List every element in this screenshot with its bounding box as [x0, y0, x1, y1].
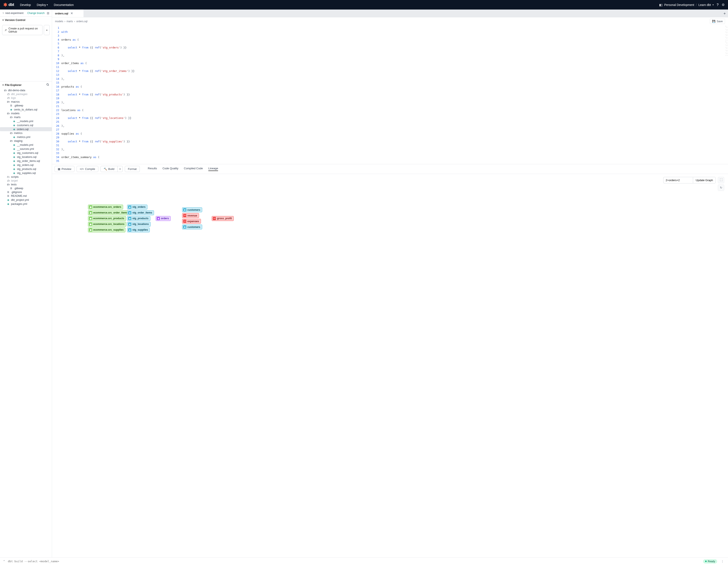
format-button[interactable]: Format	[125, 166, 140, 172]
file-icon: 🗎	[7, 191, 10, 194]
lineage-graph[interactable]	[52, 174, 728, 512]
editor-tabs: orders.sql ✕ ＋	[52, 10, 728, 17]
tree-item-readme-md[interactable]: 🗎README.md	[0, 194, 52, 198]
tree-item-dbt-project-yml[interactable]: ◈dbt_project.yml	[0, 198, 52, 202]
code-content[interactable]: with orders as ( select * from {{ ref('s…	[61, 25, 728, 164]
nav-deploy[interactable]: Deploy▾	[37, 3, 48, 7]
lineage-node-ecommerce-src-products[interactable]: ▦ecommerce.src_products	[88, 216, 126, 221]
tree-label: stg_order_items.sql	[17, 159, 40, 162]
svg-point-0	[47, 84, 48, 85]
tree-item-logs[interactable]: 🗀logs	[0, 96, 52, 100]
close-tab-icon[interactable]: ✕	[70, 11, 73, 15]
tree-item-stg-locations-sql[interactable]: ◈stg_locations.sql	[0, 155, 52, 159]
tree-item-metrics-yml[interactable]: ◈metrics.yml	[0, 135, 52, 139]
build-button[interactable]: 🔨Build	[100, 166, 118, 172]
tree-item---models-yml[interactable]: ◈__models.yml	[0, 143, 52, 147]
chevron-down-icon: ▾	[46, 29, 47, 31]
nav-develop[interactable]: Develop	[20, 3, 31, 7]
lineage-node-stg-products[interactable]: ◈stg_products	[127, 216, 150, 221]
crumb[interactable]: orders.sql	[76, 20, 88, 23]
tree-label: __models.yml	[17, 143, 33, 146]
code-editor[interactable]: 1234567891011121314151617181920212223242…	[52, 25, 728, 164]
version-control-header[interactable]: ▾ Version Control	[0, 17, 52, 23]
result-tab-code-quality[interactable]: Code Quality	[162, 167, 178, 171]
tree-item-metrics[interactable]: 🗁metrics	[0, 131, 52, 135]
preview-button[interactable]: ▦Preview	[55, 166, 74, 172]
more-options-icon[interactable]: ⋮	[720, 560, 725, 563]
gear-icon[interactable]: ⚙	[722, 3, 725, 7]
tree-item-marts[interactable]: 🗁marts	[0, 115, 52, 119]
brand-logo[interactable]: ✱ dbt	[3, 2, 14, 8]
tree-item-models[interactable]: 🗁models	[0, 111, 52, 115]
lineage-node-gross-profit[interactable]: 〰gross_profit	[212, 216, 234, 221]
lineage-node-expenses[interactable]: 〰expenses	[182, 219, 201, 224]
tree-item-stg-products-sql[interactable]: ◈stg_products.sql	[0, 167, 52, 171]
lineage-node-stg-supplies[interactable]: ◈stg_supplies	[127, 227, 150, 232]
file-explorer-header[interactable]: ▾ File Explorer	[3, 83, 22, 86]
nav-documentation[interactable]: Documentation	[54, 3, 74, 7]
tree-label: __sources.yml	[17, 147, 34, 150]
command-input[interactable]	[8, 560, 701, 563]
crumb[interactable]: models	[55, 20, 63, 23]
help-icon[interactable]: ?	[717, 3, 719, 7]
file-icon: 🗎	[7, 194, 10, 197]
tree-label: cents_to_dollars.sql	[14, 108, 37, 111]
lineage-node-ecommerce-src-locations[interactable]: ▦ecommerce.src_locations	[88, 222, 126, 227]
save-button[interactable]: 💾 Save	[710, 19, 725, 24]
tree-item---models-yml[interactable]: ◈__models.yml	[0, 119, 52, 123]
search-icon[interactable]	[46, 83, 49, 87]
node-type-icon: ◈	[128, 217, 131, 220]
editor-tab[interactable]: orders.sql ✕	[52, 10, 84, 17]
tree-item-packages-yml[interactable]: ◈packages.yml	[0, 202, 52, 206]
dbt-icon: ◈	[10, 108, 13, 111]
lineage-node-orders[interactable]: ◈orders	[156, 216, 171, 221]
result-tab-lineage[interactable]: Lineage	[208, 167, 218, 171]
lineage-node-stg-locations[interactable]: ◈stg_locations	[127, 222, 151, 227]
lineage-node-revenue[interactable]: 〰revenue	[182, 213, 199, 218]
project-path[interactable]: ▮▯ Personal Development / Learn dbt ▾	[659, 3, 714, 7]
crumb[interactable]: marts	[67, 20, 73, 23]
lineage-node-customers[interactable]: ◈customers	[182, 224, 202, 229]
tree-item-stg-orders-sql[interactable]: ◈stg_orders.sql	[0, 163, 52, 167]
lineage-node-stg-orders[interactable]: ◈stg_orders	[127, 205, 147, 209]
node-type-icon: 〰	[183, 214, 186, 217]
tree-item-stg-order-items-sql[interactable]: ◈stg_order_items.sql	[0, 159, 52, 163]
lineage-node-ecommerce-src-orders[interactable]: ▦ecommerce.src_orders	[88, 205, 123, 209]
tree-item-stg-supplies-sql[interactable]: ◈stg_supplies.sql	[0, 171, 52, 175]
file-tree: 🗁dbt-demo-data🗀dbt_packages🗀logs🗁macros🗎…	[0, 88, 52, 557]
tree-label: customers.sql	[17, 124, 33, 127]
change-branch-link[interactable]: Change branch	[27, 12, 45, 15]
new-tab-button[interactable]: ＋	[721, 10, 728, 17]
expand-console-icon[interactable]: ⌃	[3, 560, 5, 563]
tree-item-staging[interactable]: 🗁staging	[0, 139, 52, 143]
lineage-node-customers[interactable]: ◈customers	[182, 207, 202, 212]
tree-item--gitkeep[interactable]: 🗎.gitkeep	[0, 186, 52, 190]
pr-options-button[interactable]: ▾	[44, 25, 50, 35]
tree-item-target[interactable]: 🗀target	[0, 179, 52, 183]
tree-item-tests[interactable]: 🗁tests	[0, 183, 52, 186]
tree-item-scripts[interactable]: 🗀scripts	[0, 175, 52, 179]
tree-label: staging	[14, 139, 22, 142]
tree-item-stg-customers-sql[interactable]: ◈stg_customers.sql	[0, 151, 52, 155]
breadcrumb: models›marts›orders.sql	[55, 20, 87, 23]
tree-label: tests	[11, 183, 16, 186]
tree-item--gitkeep[interactable]: 🗎.gitkeep	[0, 104, 52, 107]
columns-icon[interactable]: ▥	[47, 11, 49, 15]
lineage-node-stg-order-items[interactable]: ◈stg_order_items	[127, 210, 154, 215]
tree-item---sources-yml[interactable]: ◈__sources.yml	[0, 147, 52, 151]
compile-button[interactable]: </>Compile	[77, 166, 98, 172]
tree-item-dbt-packages[interactable]: 🗀dbt_packages	[0, 92, 52, 96]
tree-item-cents-to-dollars-sql[interactable]: ◈cents_to_dollars.sql	[0, 107, 52, 111]
tree-item-customers-sql[interactable]: ◈customers.sql	[0, 123, 52, 127]
result-tab-compiled-code[interactable]: Compiled Code	[184, 167, 203, 171]
build-options-button[interactable]: ▾	[118, 166, 123, 172]
lineage-node-ecommerce-src-order-items[interactable]: ▦ecommerce.src_order_items	[88, 210, 130, 215]
tree-item--gitignore[interactable]: 🗎.gitignore	[0, 190, 52, 194]
tree-item-macros[interactable]: 🗁macros	[0, 100, 52, 104]
folder-icon: 🗀	[7, 93, 10, 96]
create-pr-button[interactable]: ↗ Create a pull request on GitHub	[2, 25, 43, 35]
tree-item-dbt-demo-data[interactable]: 🗁dbt-demo-data	[0, 88, 52, 92]
lineage-node-ecommerce-src-supplies[interactable]: ▦ecommerce.src_supplies	[88, 227, 125, 232]
result-tab-results[interactable]: Results	[148, 167, 157, 171]
tree-item-orders-sql[interactable]: ◈orders.sql	[0, 127, 52, 131]
